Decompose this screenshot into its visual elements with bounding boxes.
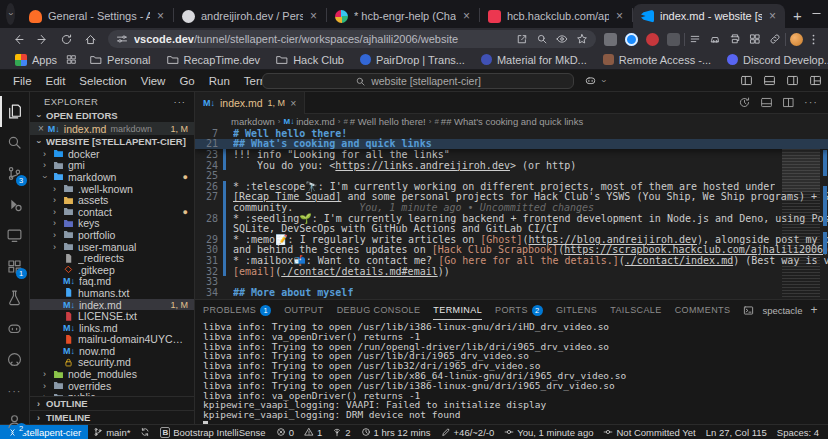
menu-file[interactable]: File bbox=[6, 75, 39, 87]
menu-edit[interactable]: Edit bbox=[39, 75, 73, 87]
back-button[interactable] bbox=[8, 33, 28, 46]
code-line[interactable]: 26* :telescope🔭: I'm currently working o… bbox=[195, 181, 828, 192]
notes-extension-icon[interactable] bbox=[667, 33, 680, 46]
home-button[interactable] bbox=[80, 33, 100, 46]
status-item[interactable]: UTF-8 bbox=[824, 427, 828, 438]
bookmark-item[interactable]: Remote Access -... bbox=[598, 54, 716, 66]
code-line[interactable]: 34## More about myself bbox=[195, 287, 828, 298]
tree-item[interactable]: ›node_modules bbox=[30, 368, 194, 380]
tab-close-icon[interactable]: × bbox=[462, 9, 471, 23]
tree-item[interactable]: LICENSE.txt bbox=[30, 310, 194, 322]
code-line[interactable]: 33 bbox=[195, 276, 828, 287]
close-tab-icon[interactable]: × bbox=[290, 97, 296, 109]
editor-tab[interactable]: M↓ index.md 1, M × bbox=[195, 92, 305, 114]
activity-source-control[interactable]: 3 bbox=[0, 158, 30, 189]
forward-button[interactable] bbox=[32, 33, 52, 46]
tree-item[interactable]: ›assets bbox=[30, 194, 194, 206]
status-item[interactable]: main* bbox=[88, 427, 135, 438]
tree-item[interactable]: M↓links.md bbox=[30, 322, 194, 334]
tree-item[interactable]: ›docker bbox=[30, 148, 194, 160]
site-settings-icon[interactable] bbox=[116, 33, 128, 45]
bookmark-item[interactable]: Material for MkD... bbox=[476, 54, 592, 66]
minimap[interactable] bbox=[782, 128, 820, 299]
tree-item[interactable]: ›contact● bbox=[30, 206, 194, 218]
code-line[interactable]: 7# Well hello there! bbox=[195, 128, 828, 139]
code-line[interactable]: 23!!! info "Looking for all the links" bbox=[195, 149, 828, 160]
code-line[interactable]: 29* :memo📝: I regularly write articles o… bbox=[195, 234, 828, 245]
privacy-extension-icon[interactable] bbox=[646, 33, 659, 46]
breadcrumb-segment[interactable]: ### What's cooking and quick links bbox=[434, 116, 583, 127]
code-line[interactable]: SQLite, DevSecOps with GitHub Actions an… bbox=[195, 223, 828, 234]
qr-extension-icon[interactable] bbox=[604, 33, 617, 46]
activity-search[interactable] bbox=[0, 127, 30, 158]
browser-tab[interactable]: hcb.hackclub.com/api/v4/× bbox=[480, 4, 632, 28]
tab-close-icon[interactable]: × bbox=[309, 9, 318, 23]
code-editor[interactable]: 7# Well hello there!21## What's cooking … bbox=[195, 128, 828, 299]
code-line[interactable]: 30and behind the scenes updates on [Hack… bbox=[195, 245, 828, 256]
breadcrumb[interactable]: markdown›M↓index.md›## Well hello there!… bbox=[195, 114, 828, 128]
tab-search-button[interactable]: › bbox=[6, 3, 15, 25]
panel-tab-debug-console[interactable]: DEBUG CONSOLE bbox=[337, 300, 421, 320]
status-item[interactable]: 1 bbox=[299, 427, 327, 438]
bookmark-item[interactable]: Personal bbox=[85, 54, 155, 66]
status-item[interactable]: Ln 27, Col 115 bbox=[701, 427, 772, 438]
outline-section[interactable]: ›OUTLINE bbox=[30, 396, 194, 410]
code-line[interactable]: 28* :seedling🌱: I'm currently learning b… bbox=[195, 213, 828, 224]
tree-item[interactable]: humans.txt bbox=[30, 287, 194, 299]
activity-copilot[interactable] bbox=[0, 313, 30, 344]
open-editor-item[interactable]: × M↓ index.md markdown 1, M bbox=[30, 122, 194, 135]
activity-github[interactable] bbox=[0, 344, 30, 375]
panel-tab-gitlens[interactable]: GITLENS bbox=[556, 300, 597, 320]
tab-groups-icon[interactable] bbox=[66, 54, 77, 65]
code-line[interactable]: 21## What's cooking and quick links bbox=[195, 139, 828, 150]
apps-shortcut[interactable]: Apps bbox=[10, 54, 62, 66]
activity-remote-explorer[interactable] bbox=[0, 220, 30, 251]
command-center-search[interactable]: website [stellapent-cier] bbox=[262, 73, 574, 89]
menu-selection[interactable]: Selection bbox=[72, 75, 133, 87]
tree-item[interactable]: M↓faq.md bbox=[30, 276, 194, 288]
status-item[interactable]: 0 bbox=[271, 427, 299, 438]
breadcrumb-segment[interactable]: markdown bbox=[231, 116, 275, 127]
close-editor-icon[interactable]: × bbox=[38, 123, 44, 134]
browser-tab[interactable]: andreijiroh.dev / Personal× bbox=[174, 4, 326, 28]
open-editors-section[interactable]: ›OPEN EDITORS bbox=[30, 109, 194, 122]
bookmark-item[interactable]: PairDrop | Trans... bbox=[355, 54, 470, 66]
status-item[interactable]: 1 hrs 12 mins bbox=[356, 427, 436, 438]
status-item[interactable]: You, 1 minute ago bbox=[499, 427, 598, 438]
tree-item[interactable]: ›.well-known bbox=[30, 183, 194, 195]
code-line[interactable]: 25 bbox=[195, 170, 828, 181]
tree-item[interactable]: ›gmi bbox=[30, 160, 194, 172]
terminal-output[interactable]: libva info: Trying to open /usr/lib/i386… bbox=[195, 320, 828, 424]
panel-tab-tailscale[interactable]: TAILSCALE bbox=[610, 300, 661, 320]
workspace-section[interactable]: ›WEBSITE [STELLAPENT-CIER] bbox=[30, 135, 194, 148]
code-line[interactable]: 32[email](./contact/details.md#email)) bbox=[195, 266, 828, 277]
status-item[interactable]: BBootstrap IntelliSense bbox=[155, 427, 270, 438]
activity-testing[interactable] bbox=[0, 282, 30, 313]
onepassword-icon[interactable] bbox=[625, 33, 638, 46]
activity-run-debug[interactable] bbox=[0, 189, 30, 220]
panel-tab-ports[interactable]: PORTS2 bbox=[495, 300, 543, 320]
tab-close-icon[interactable]: × bbox=[768, 9, 777, 23]
copilot-icon[interactable] bbox=[584, 74, 597, 87]
bookmark-item[interactable]: Discord Develop... bbox=[722, 54, 828, 66]
status-item[interactable] bbox=[135, 427, 155, 437]
editor-more-actions[interactable]: ··· bbox=[804, 96, 818, 109]
tree-item[interactable]: _redirects bbox=[30, 252, 194, 264]
breadcrumb-segment[interactable]: M↓index.md bbox=[284, 116, 335, 127]
tree-item[interactable]: ›user-manual bbox=[30, 241, 194, 253]
code-line[interactable]: community.You, 1 minute ago • Uncommitte… bbox=[195, 202, 828, 213]
browser-tab[interactable]: index.md - website [stella× bbox=[633, 4, 785, 28]
bookmark-item[interactable]: Hack Club bbox=[271, 54, 349, 66]
status-item[interactable]: +46/~2/-0 bbox=[436, 427, 500, 438]
tab-close-icon[interactable]: × bbox=[615, 9, 624, 23]
tree-item[interactable]: security.md bbox=[30, 357, 194, 369]
browser-tab[interactable]: General - Settings - Andrei× bbox=[21, 4, 173, 28]
tree-item[interactable]: M↓now.md bbox=[30, 345, 194, 357]
new-terminal-button[interactable]: + bbox=[811, 303, 818, 317]
panel-tab-problems[interactable]: PROBLEMS1 bbox=[203, 300, 271, 320]
status-item[interactable]: 2 bbox=[327, 427, 355, 438]
minimize-button[interactable] bbox=[810, 7, 823, 22]
timeline-section[interactable]: ›TIMELINE bbox=[30, 410, 194, 424]
new-tab-button[interactable]: + bbox=[793, 7, 802, 24]
menu-go[interactable]: Go bbox=[172, 75, 201, 87]
